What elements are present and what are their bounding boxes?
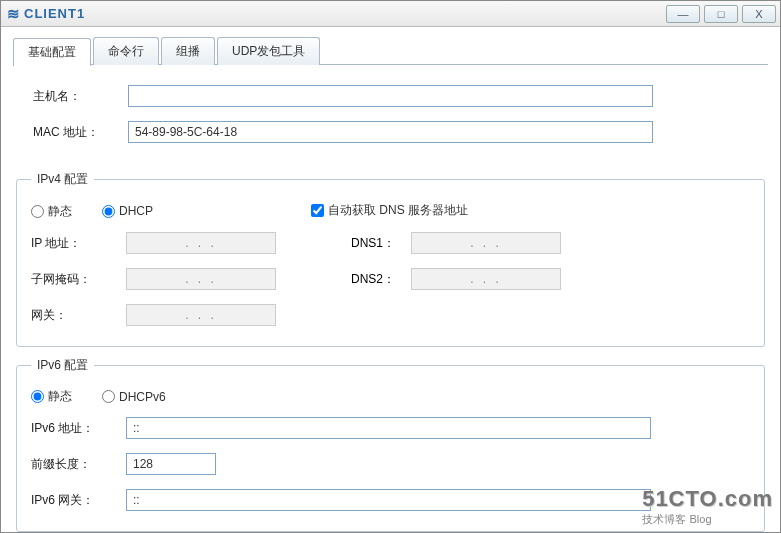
- ipv6-addr-label: IPv6 地址：: [31, 420, 126, 437]
- gw-input[interactable]: . . .: [126, 304, 276, 326]
- gw-label: 网关：: [31, 307, 126, 324]
- app-logo-icon: ≋: [7, 5, 20, 23]
- mask-input[interactable]: . . .: [126, 268, 276, 290]
- tab-cli[interactable]: 命令行: [93, 37, 159, 65]
- ipv4-legend: IPv4 配置: [31, 171, 94, 188]
- ipv6-legend: IPv6 配置: [31, 357, 94, 374]
- watermark: 51CTO.com 技术博客 Blog: [642, 486, 773, 527]
- ipv6-prefix-input[interactable]: [126, 453, 216, 475]
- tab-basic-config[interactable]: 基础配置: [13, 38, 91, 66]
- watermark-site: 51CTO.com: [642, 486, 773, 512]
- maximize-button[interactable]: □: [704, 5, 738, 23]
- dns1-input[interactable]: . . .: [411, 232, 561, 254]
- dns2-input[interactable]: . . .: [411, 268, 561, 290]
- ipv6-gw-label: IPv6 网关：: [31, 492, 126, 509]
- tab-udp-tool[interactable]: UDP发包工具: [217, 37, 320, 65]
- mac-input[interactable]: [128, 121, 653, 143]
- dns2-label: DNS2：: [351, 271, 411, 288]
- minimize-button[interactable]: —: [666, 5, 700, 23]
- ipv4-static-radio[interactable]: 静态: [31, 203, 72, 220]
- ipv6-addr-input[interactable]: [126, 417, 651, 439]
- mac-label: MAC 地址：: [33, 124, 128, 141]
- ip-input[interactable]: . . .: [126, 232, 276, 254]
- tab-multicast[interactable]: 组播: [161, 37, 215, 65]
- titlebar: ≋ CLIENT1 — □ X: [1, 1, 780, 27]
- close-button[interactable]: X: [742, 5, 776, 23]
- ipv6-static-radio[interactable]: 静态: [31, 388, 72, 405]
- dns1-label: DNS1：: [351, 235, 411, 252]
- auto-dns-checkbox[interactable]: 自动获取 DNS 服务器地址: [311, 202, 468, 219]
- ipv6-dhcpv6-radio[interactable]: DHCPv6: [102, 390, 166, 404]
- tab-bar: 基础配置 命令行 组播 UDP发包工具: [13, 37, 768, 65]
- window-title: CLIENT1: [24, 6, 662, 21]
- ip-label: IP 地址：: [31, 235, 126, 252]
- ipv6-gw-input[interactable]: [126, 489, 651, 511]
- ipv4-dhcp-radio[interactable]: DHCP: [102, 203, 153, 220]
- hostname-input[interactable]: [128, 85, 653, 107]
- ipv6-prefix-label: 前缀长度：: [31, 456, 126, 473]
- hostname-label: 主机名：: [33, 88, 128, 105]
- mask-label: 子网掩码：: [31, 271, 126, 288]
- ipv4-fieldset: IPv4 配置 静态 DHCP 自动获取 DNS 服务器地址 IP 地址：. .…: [16, 171, 765, 347]
